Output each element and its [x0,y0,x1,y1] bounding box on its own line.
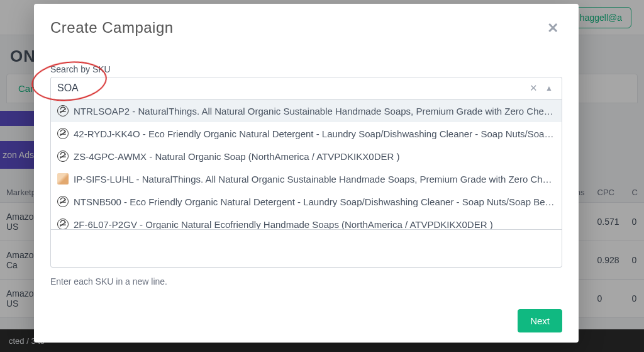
sku-textarea[interactable] [50,230,562,268]
list-item[interactable]: 42-RYDJ-KK4O - Eco Friendly Organic Natu… [51,122,562,145]
list-item-label: IP-SIFS-LUHL - NaturalThings. All Natura… [74,174,555,185]
list-item-label: 42-RYDJ-KK4O - Eco Friendly Organic Natu… [74,128,555,139]
sku-dropdown: NTRLSOAP2 - NaturalThings. All Natural O… [50,99,562,230]
list-item-label: 2F-6L07-P2GV - Organic Natural Ecofriend… [74,219,493,230]
sku-search-input[interactable] [57,82,525,94]
no-image-icon [57,196,69,207]
product-thumb-icon [57,173,69,185]
helper-text: Enter each SKU in a new line. [50,276,562,287]
no-image-icon [57,128,69,139]
sku-combobox: ✕ ▲ NTRLSOAP2 - NaturalThings. All Natur… [50,77,562,270]
list-item[interactable]: ZS-4GPC-AWMX - Natural Organic Soap (Nor… [51,145,562,167]
no-image-icon [57,105,69,116]
no-image-icon [57,150,69,162]
close-icon[interactable]: ✕ [543,19,562,38]
list-item-label: NTRLSOAP2 - NaturalThings. All Natural O… [74,106,555,116]
list-item[interactable]: 2F-6L07-P2GV - Organic Natural Ecofriend… [51,213,562,230]
list-item[interactable]: NTSNB500 - Eco Friendly Organic Natural … [51,190,562,213]
list-item-label: NTSNB500 - Eco Friendly Organic Natural … [74,196,555,207]
chevron-up-icon[interactable]: ▲ [543,84,555,93]
no-image-icon [57,219,69,230]
clear-icon[interactable]: ✕ [525,82,543,94]
search-label: Search by SKU [50,64,562,74]
modal-title: Create Campaign [50,19,174,37]
next-button[interactable]: Next [518,309,562,332]
list-item[interactable]: IP-SIFS-LUHL - NaturalThings. All Natura… [51,167,562,190]
list-item[interactable]: NTRLSOAP2 - NaturalThings. All Natural O… [51,99,562,122]
list-item-label: ZS-4GPC-AWMX - Natural Organic Soap (Nor… [74,151,399,162]
create-campaign-modal: Create Campaign ✕ Search by SKU ✕ ▲ NTRL… [34,4,579,343]
